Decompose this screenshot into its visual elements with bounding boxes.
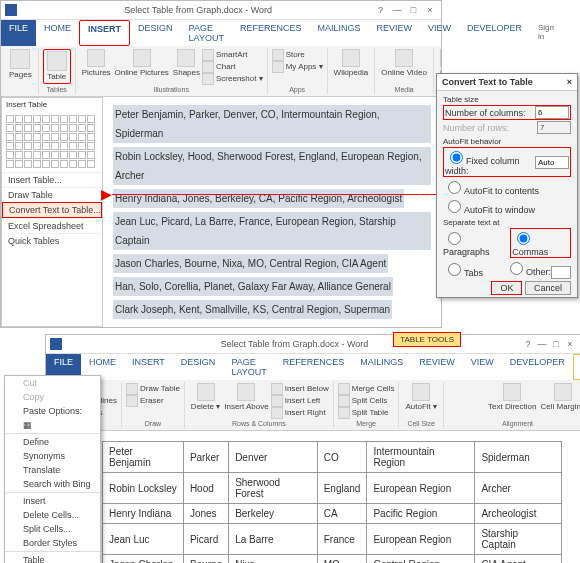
- tab-design[interactable]: DESIGN: [173, 354, 224, 380]
- document-table-area[interactable]: Peter BenjaminParkerDenverCOIntermountai…: [102, 441, 573, 563]
- tab-table-design[interactable]: DESIGN: [573, 354, 580, 380]
- table-cell[interactable]: France: [317, 524, 367, 555]
- alignment-grid[interactable]: [448, 383, 486, 412]
- text-line[interactable]: Jean Luc, Picard, La Barre, France, Euro…: [113, 212, 431, 250]
- video-icon[interactable]: [395, 49, 413, 67]
- tab-view[interactable]: VIEW: [463, 354, 502, 380]
- table-cell[interactable]: European Region: [367, 524, 475, 555]
- text-line[interactable]: Peter Benjamin, Parker, Denver, CO, Inte…: [113, 105, 431, 143]
- tab-developer[interactable]: DEVELOPER: [502, 354, 573, 380]
- ctx-search-bing[interactable]: Search with Bing: [5, 477, 100, 491]
- table-cell[interactable]: Spiderman: [475, 442, 562, 473]
- table-row[interactable]: Robin LocksleyHoodSherwood ForestEngland…: [103, 473, 562, 504]
- insert-below-button[interactable]: Insert Below: [271, 383, 329, 395]
- table-cell[interactable]: England: [317, 473, 367, 504]
- ctx-define[interactable]: Define: [5, 435, 100, 449]
- shapes-icon[interactable]: [177, 49, 195, 67]
- split-cells-button[interactable]: Split Cells: [338, 395, 395, 407]
- sep-commas-radio[interactable]: [517, 232, 530, 245]
- document-text[interactable]: Peter Benjamin, Parker, Denver, CO, Inte…: [103, 97, 441, 327]
- table-cell[interactable]: Nixa: [229, 555, 318, 564]
- table-cell[interactable]: CIA Agent: [475, 555, 562, 564]
- tab-view[interactable]: VIEW: [420, 20, 459, 46]
- tab-review[interactable]: REVIEW: [411, 354, 463, 380]
- ctx-border-styles[interactable]: Border Styles: [5, 536, 100, 550]
- insert-left-button[interactable]: Insert Left: [271, 395, 329, 407]
- tab-references[interactable]: REFERENCES: [232, 20, 310, 46]
- close-button[interactable]: ×: [423, 5, 437, 15]
- text-line[interactable]: Clark Joseph, Kent, Smallville, KS, Cent…: [113, 300, 392, 319]
- tab-insert[interactable]: INSERT: [124, 354, 173, 380]
- ctx-table-properties[interactable]: Table Properties...: [5, 553, 100, 563]
- table-cell[interactable]: Starship Captain: [475, 524, 562, 555]
- data-table[interactable]: Peter BenjaminParkerDenverCOIntermountai…: [102, 441, 562, 563]
- table-cell[interactable]: Archeologist: [475, 504, 562, 524]
- ctx-delete-cells[interactable]: Delete Cells...: [5, 508, 100, 522]
- table-row[interactable]: Henry IndianaJonesBerkeleyCAPacific Regi…: [103, 504, 562, 524]
- fixed-width-input[interactable]: [535, 156, 569, 169]
- menu-convert-text-to-table[interactable]: Convert Text to Table...: [2, 202, 102, 218]
- tab-references[interactable]: REFERENCES: [275, 354, 353, 380]
- cell-margins-icon[interactable]: [554, 383, 572, 401]
- table-cell[interactable]: Archer: [475, 473, 562, 504]
- table-cell[interactable]: Hood: [183, 473, 228, 504]
- table-row[interactable]: Peter BenjaminParkerDenverCOIntermountai…: [103, 442, 562, 473]
- dialog-close-icon[interactable]: ×: [567, 77, 572, 87]
- sep-tabs-radio[interactable]: [448, 263, 461, 276]
- tab-insert[interactable]: INSERT: [79, 20, 130, 46]
- tab-pagelayout[interactable]: PAGE LAYOUT: [223, 354, 274, 380]
- store-button[interactable]: Store: [272, 49, 323, 61]
- screenshot-button[interactable]: Screenshot ▾: [202, 73, 263, 85]
- table-cell[interactable]: Jones: [183, 504, 228, 524]
- online-pictures-icon[interactable]: [133, 49, 151, 67]
- help-icon[interactable]: ?: [373, 5, 387, 15]
- table-icon[interactable]: [47, 51, 67, 71]
- text-line[interactable]: Han, Solo, Corellia, Planet, Galaxy Far …: [113, 277, 393, 296]
- insert-right-button[interactable]: Insert Right: [271, 407, 329, 419]
- table-cell[interactable]: La Barre: [229, 524, 318, 555]
- table-row[interactable]: Jean LucPicardLa BarreFranceEuropean Reg…: [103, 524, 562, 555]
- sign-in[interactable]: Sign in: [530, 20, 562, 46]
- min-button[interactable]: —: [535, 339, 549, 349]
- num-columns-input[interactable]: [535, 106, 569, 119]
- sep-other-input[interactable]: [551, 266, 571, 279]
- close-button[interactable]: ×: [563, 339, 577, 349]
- table-cell[interactable]: Henry Indiana: [103, 504, 184, 524]
- text-line[interactable]: Jason Charles, Bourne, Nixa, MO, Central…: [113, 254, 388, 273]
- menu-quick-tables[interactable]: Quick Tables: [2, 233, 102, 248]
- ctx-synonyms[interactable]: Synonyms: [5, 449, 100, 463]
- fixed-width-radio[interactable]: [450, 151, 463, 164]
- autofit-window-radio[interactable]: [448, 200, 461, 213]
- tab-home[interactable]: HOME: [36, 20, 79, 46]
- links-icon[interactable]: [440, 49, 441, 67]
- merge-cells-button[interactable]: Merge Cells: [338, 383, 395, 395]
- table-grid-picker[interactable]: [2, 111, 102, 172]
- table-cell[interactable]: Picard: [183, 524, 228, 555]
- tab-file[interactable]: FILE: [1, 20, 36, 46]
- table-cell[interactable]: European Region: [367, 473, 475, 504]
- ctx-split-cells[interactable]: Split Cells...: [5, 522, 100, 536]
- text-direction-icon[interactable]: [503, 383, 521, 401]
- tab-mailings[interactable]: MAILINGS: [309, 20, 368, 46]
- pages-icon[interactable]: [10, 49, 30, 69]
- table-cell[interactable]: Peter Benjamin: [103, 442, 184, 473]
- delete-icon[interactable]: [197, 383, 215, 401]
- table-cell[interactable]: Robin Locksley: [103, 473, 184, 504]
- help-icon[interactable]: ?: [521, 339, 535, 349]
- autofit-icon[interactable]: [412, 383, 430, 401]
- ctx-insert[interactable]: Insert: [5, 494, 100, 508]
- split-table-button[interactable]: Split Table: [338, 407, 395, 419]
- table-cell[interactable]: Intermountain Region: [367, 442, 475, 473]
- chart-button[interactable]: Chart: [202, 61, 263, 73]
- text-line[interactable]: Robin Locksley, Hood, Sherwood Forest, E…: [113, 147, 431, 185]
- cancel-button[interactable]: Cancel: [525, 281, 571, 295]
- table-cell[interactable]: Denver: [229, 442, 318, 473]
- myapps-button[interactable]: My Apps ▾: [272, 61, 323, 73]
- max-button[interactable]: □: [549, 339, 563, 349]
- menu-excel-spreadsheet[interactable]: Excel Spreadsheet: [2, 218, 102, 233]
- ctx-paste-icon[interactable]: ▦: [5, 418, 100, 432]
- tab-developer[interactable]: DEVELOPER: [459, 20, 530, 46]
- table-cell[interactable]: Central Region: [367, 555, 475, 564]
- min-button[interactable]: —: [390, 5, 404, 15]
- ok-button[interactable]: OK: [491, 281, 522, 295]
